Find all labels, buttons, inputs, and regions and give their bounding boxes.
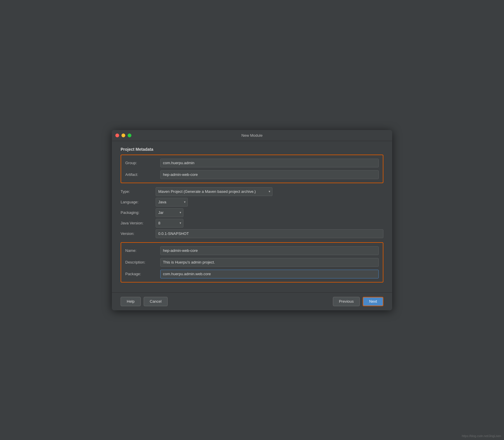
footer-right-buttons: Previous Next — [333, 297, 383, 306]
footer: Help Cancel Previous Next — [112, 292, 392, 310]
artifact-input[interactable] — [160, 170, 379, 179]
title-bar: New Module — [112, 130, 392, 141]
traffic-lights — [115, 134, 131, 137]
packaging-row: Packaging: Jar War — [121, 208, 383, 217]
language-select-wrapper: Java Kotlin Groovy — [156, 198, 188, 207]
java-version-label: Java Version: — [121, 221, 156, 225]
maximize-button[interactable] — [128, 134, 131, 137]
packaging-select-wrapper: Jar War — [156, 208, 183, 217]
java-version-select[interactable]: 8 11 17 — [156, 219, 183, 228]
name-desc-package-section: Name: Description: Package: — [121, 242, 383, 283]
group-label: Group: — [125, 161, 160, 165]
help-button[interactable]: Help — [121, 297, 141, 306]
version-row: Version: — [121, 229, 383, 238]
name-label: Name: — [125, 248, 160, 253]
group-input[interactable] — [160, 159, 379, 167]
version-label: Version: — [121, 231, 156, 236]
name-row: Name: — [125, 246, 379, 255]
close-button[interactable] — [115, 134, 119, 137]
window-title: New Module — [241, 133, 263, 138]
group-artifact-section: Group: Artifact: — [121, 155, 383, 183]
cancel-button[interactable]: Cancel — [144, 297, 168, 306]
type-select-wrapper: Maven Project (Generate a Maven based pr… — [156, 187, 272, 196]
java-version-row: Java Version: 8 11 17 — [121, 219, 383, 228]
version-input[interactable] — [156, 229, 383, 238]
language-label: Language: — [121, 200, 156, 204]
footer-left-buttons: Help Cancel — [121, 297, 168, 306]
artifact-label: Artifact: — [125, 172, 160, 177]
type-label: Type: — [121, 189, 156, 194]
type-row: Type: Maven Project (Generate a Maven ba… — [121, 187, 383, 196]
package-label: Package: — [125, 272, 160, 276]
description-label: Description: — [125, 260, 160, 264]
previous-button[interactable]: Previous — [333, 297, 360, 306]
minimize-button[interactable] — [121, 134, 125, 137]
type-select[interactable]: Maven Project (Generate a Maven based pr… — [156, 187, 272, 196]
java-version-select-wrapper: 8 11 17 — [156, 219, 183, 228]
packaging-label: Packaging: — [121, 210, 156, 215]
language-select[interactable]: Java Kotlin Groovy — [156, 198, 188, 207]
packaging-select[interactable]: Jar War — [156, 208, 183, 217]
package-row: Package: — [125, 270, 379, 278]
artifact-row: Artifact: — [125, 170, 379, 179]
language-row: Language: Java Kotlin Groovy — [121, 198, 383, 207]
package-input[interactable] — [160, 270, 379, 278]
next-button[interactable]: Next — [363, 297, 383, 306]
group-row: Group: — [125, 159, 379, 167]
new-module-window: New Module Project Metadata Group: Artif… — [112, 130, 392, 310]
name-input[interactable] — [160, 246, 379, 255]
content-area: Project Metadata Group: Artifact: Type: … — [112, 141, 392, 292]
description-row: Description: — [125, 258, 379, 267]
watermark: https://blog.csdn.net/JingLisen — [462, 434, 501, 438]
description-input[interactable] — [160, 258, 379, 267]
section-title: Project Metadata — [121, 147, 383, 152]
